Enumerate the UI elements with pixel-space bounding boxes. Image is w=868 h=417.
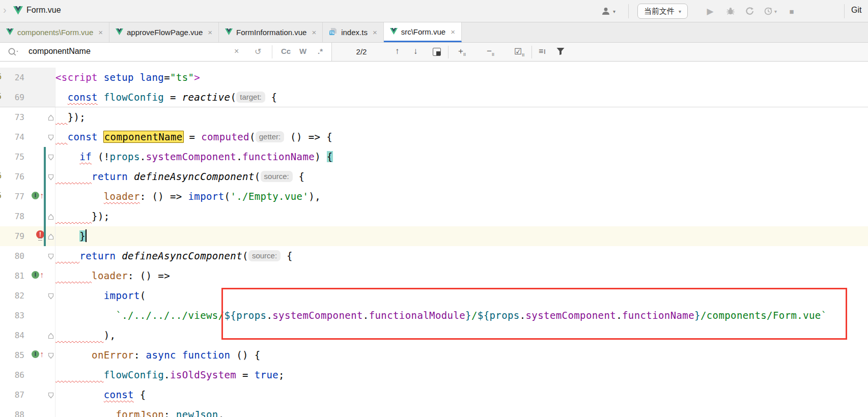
filter-icon[interactable] bbox=[556, 47, 565, 57]
fold-up-icon[interactable] bbox=[48, 213, 54, 222]
close-tab-icon[interactable]: × bbox=[451, 27, 455, 36]
code-line[interactable]: 676 return defineAsyncComponent(source: … bbox=[0, 167, 868, 187]
code-text[interactable]: if (!props.systemComponent.functionName)… bbox=[55, 147, 333, 167]
code-line[interactable]: 569 const flowConfig = reactive(target: … bbox=[0, 87, 868, 107]
clear-search-icon[interactable]: × bbox=[234, 47, 239, 56]
profiler-caret-icon[interactable]: ▾ bbox=[774, 9, 777, 14]
code-line[interactable]: 577I↑ loader: () => import('./Empty.vue'… bbox=[0, 187, 868, 206]
code-text[interactable]: loader: () => bbox=[55, 266, 170, 286]
implementation-marker-icon[interactable]: I↑ bbox=[32, 350, 44, 358]
code-line[interactable]: 624<script setup lang="ts"> bbox=[0, 68, 868, 87]
close-tab-icon[interactable]: × bbox=[373, 28, 377, 37]
code-text[interactable]: flowConfig.isOldSystem = true; bbox=[55, 365, 285, 385]
implementation-marker-icon[interactable]: I↑ bbox=[32, 192, 44, 199]
search-query-text[interactable]: componentName bbox=[29, 47, 91, 56]
toggle-selection-button[interactable]: ☑II bbox=[514, 46, 524, 57]
gutter-strip[interactable] bbox=[27, 167, 55, 187]
code-line[interactable]: 80 return defineAsyncComponent(source: { bbox=[0, 246, 868, 266]
code-line[interactable]: 82 import( bbox=[0, 286, 868, 306]
words-toggle[interactable]: W bbox=[299, 47, 306, 55]
code-with-me-icon[interactable] bbox=[601, 6, 611, 18]
add-selection-button[interactable]: +II bbox=[458, 46, 466, 57]
gutter-strip[interactable] bbox=[27, 87, 55, 107]
gutter-strip[interactable] bbox=[27, 147, 55, 167]
regex-toggle[interactable]: .* bbox=[318, 47, 323, 55]
code-text[interactable]: }); bbox=[55, 107, 86, 127]
tab-forminformation-vue[interactable]: FormInformation.vue × bbox=[219, 22, 323, 42]
fold-down-icon[interactable] bbox=[48, 392, 54, 401]
code-line[interactable]: 85I↑ onError: async function () { bbox=[0, 345, 868, 365]
gutter-strip[interactable] bbox=[27, 127, 55, 147]
fold-down-icon[interactable] bbox=[48, 173, 54, 183]
tab-components-form-vue[interactable]: components\Form.vue × bbox=[0, 22, 109, 42]
code-text[interactable]: return defineAsyncComponent(source: { bbox=[55, 167, 304, 187]
code-text[interactable]: return defineAsyncComponent(source: { bbox=[55, 246, 293, 266]
code-text[interactable]: onError: async function () { bbox=[55, 345, 261, 365]
profiler-button[interactable] bbox=[763, 6, 774, 17]
code-line[interactable]: 73 }); bbox=[0, 107, 868, 127]
tab-approveflowpage-vue[interactable]: approveFlowPage.vue × bbox=[109, 22, 219, 42]
code-text[interactable]: const { bbox=[55, 385, 146, 405]
code-line[interactable]: 79! } bbox=[0, 226, 868, 246]
code-line[interactable]: 84 ), bbox=[0, 325, 868, 345]
gutter-strip[interactable] bbox=[27, 246, 55, 266]
select-all-occurrences-button[interactable] bbox=[433, 48, 441, 56]
debug-button[interactable] bbox=[725, 6, 736, 17]
code-line[interactable]: 81I↑ loader: () => bbox=[0, 266, 868, 286]
code-line[interactable]: 78 }); bbox=[0, 206, 868, 226]
fold-up-icon[interactable] bbox=[48, 233, 54, 242]
code-line[interactable]: 87 const { bbox=[0, 385, 868, 405]
fold-down-icon[interactable] bbox=[48, 154, 54, 163]
code-line[interactable]: 83 `./../../../views/${props.systemCompo… bbox=[0, 306, 868, 325]
code-editor[interactable]: 624<script setup lang="ts">569 const flo… bbox=[0, 62, 868, 417]
code-text[interactable]: const componentName = computed(getter: (… bbox=[55, 127, 332, 147]
previous-occurrence-button[interactable]: ↑ bbox=[395, 46, 400, 56]
search-history-icon[interactable]: ↺ bbox=[255, 47, 261, 56]
search-icon[interactable] bbox=[7, 47, 19, 59]
fold-down-icon[interactable] bbox=[48, 134, 54, 143]
gutter-strip[interactable] bbox=[27, 306, 55, 325]
gutter-strip[interactable] bbox=[27, 325, 55, 345]
fold-up-icon[interactable] bbox=[48, 114, 54, 123]
gutter-strip[interactable]: I↑ bbox=[27, 266, 55, 286]
code-text[interactable]: }); bbox=[55, 206, 110, 226]
gutter-strip[interactable] bbox=[27, 286, 55, 306]
code-line[interactable]: 86 flowConfig.isOldSystem = true; bbox=[0, 365, 868, 385]
code-text[interactable]: formJson: newJson, bbox=[55, 405, 225, 417]
close-tab-icon[interactable]: × bbox=[312, 28, 316, 37]
fold-up-icon[interactable] bbox=[48, 332, 54, 341]
gutter-strip[interactable] bbox=[27, 206, 55, 226]
run-button[interactable]: ▶ bbox=[705, 6, 716, 17]
gutter-strip[interactable]: I↑ bbox=[27, 187, 55, 206]
gutter-strip[interactable] bbox=[27, 405, 55, 417]
close-tab-icon[interactable]: × bbox=[98, 28, 103, 37]
tab-src-form-vue[interactable]: src\Form.vue × bbox=[384, 22, 462, 42]
close-tab-icon[interactable]: × bbox=[208, 28, 212, 37]
code-text[interactable]: import( bbox=[55, 286, 146, 306]
tab-index-ts[interactable]: TS index.ts × bbox=[323, 22, 383, 42]
gutter-strip[interactable]: I↑ bbox=[27, 345, 55, 365]
stop-button[interactable]: ■ bbox=[786, 6, 797, 17]
code-line[interactable]: 88 formJson: newJson, bbox=[0, 405, 868, 417]
search-input[interactable]: componentName × ↺ Cc W .* bbox=[0, 43, 332, 61]
code-text[interactable]: const flowConfig = reactive(target: { bbox=[55, 87, 277, 107]
implementation-marker-icon[interactable]: I↑ bbox=[32, 271, 44, 279]
next-occurrence-button[interactable]: ↓ bbox=[413, 46, 418, 56]
search-in-selection-button[interactable]: ≡I bbox=[539, 47, 546, 56]
code-text[interactable]: `./../../../views/${props.systemComponen… bbox=[55, 306, 827, 325]
code-with-me-caret-icon[interactable]: ▾ bbox=[613, 9, 615, 14]
git-menu[interactable]: Git bbox=[851, 6, 861, 15]
run-with-coverage-button[interactable] bbox=[744, 6, 755, 17]
fold-down-icon[interactable] bbox=[48, 352, 54, 361]
gutter-strip[interactable] bbox=[27, 68, 55, 87]
code-text[interactable]: <script setup lang="ts"> bbox=[55, 68, 200, 87]
gutter-strip[interactable] bbox=[27, 365, 55, 385]
match-case-toggle[interactable]: Cc bbox=[281, 47, 291, 55]
gutter-strip[interactable] bbox=[27, 385, 55, 405]
remove-selection-button[interactable]: −II bbox=[487, 46, 494, 57]
code-text[interactable]: ), bbox=[55, 325, 116, 345]
code-text[interactable]: loader: () => import('./Empty.vue'), bbox=[55, 187, 321, 206]
fold-down-icon[interactable] bbox=[48, 292, 54, 302]
fold-down-icon[interactable] bbox=[48, 253, 54, 262]
gutter-strip[interactable] bbox=[27, 107, 55, 127]
